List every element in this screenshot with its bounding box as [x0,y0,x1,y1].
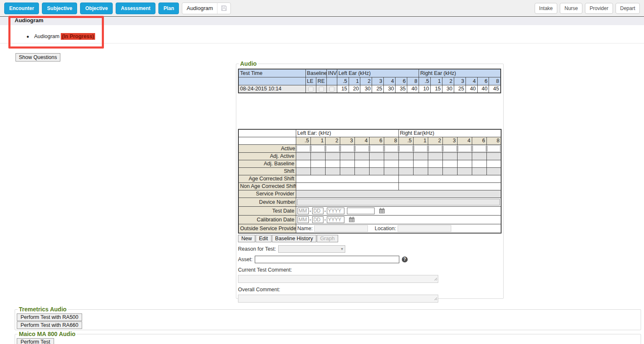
provider-button[interactable]: Provider [585,3,613,14]
tab-audiogram-label: Audiogram [186,5,217,11]
row-label-age-corrected-shift: Age Corrected Shift [238,175,296,182]
test-date-yyyy-input[interactable] [327,208,344,214]
depart-button[interactable]: Depart [616,3,640,14]
table-row[interactable]: 08-24-2015 10:14 15 20 30 25 30 35 40 10… [238,85,501,93]
save-icon[interactable] [217,5,230,11]
audio-results-table: Test Time Baseline INV Left Ear (kHz) Ri… [238,69,501,93]
graph-button: Graph [317,235,338,242]
active-input[interactable] [326,145,339,152]
calibration-date-dd-input[interactable] [312,216,323,223]
col-baseline: Baseline [305,69,326,77]
freq-header: .5 [337,77,349,85]
osp-name-input[interactable] [314,225,368,232]
left-value: 15 [337,85,349,93]
calibration-date-yyyy-input[interactable] [327,216,344,223]
active-input[interactable] [429,145,442,152]
row-label-device-number: Device Number [238,198,296,206]
current-test-comment-textarea[interactable] [238,275,438,283]
tremetrics-fieldset: Tremetrics Audio Perform Test with RA500… [15,306,641,330]
active-input[interactable] [487,145,501,152]
right-value: 10 [419,85,431,93]
freq-header: 8 [486,137,501,144]
perform-test-ra660-button[interactable]: Perform Test with RA660 [17,321,82,329]
subjective-button[interactable]: Subjective [42,3,77,14]
asset-input[interactable] [255,256,399,263]
nurse-button[interactable]: Nurse [560,3,582,14]
right-value: 45 [489,85,501,93]
row-label-test-date: Test Date [238,206,296,215]
test-date-dd-input[interactable] [312,208,323,214]
reason-for-test-select[interactable]: ▾ [278,245,345,253]
resize-handle-icon[interactable] [434,276,437,282]
page-title: Audiogram [15,17,44,23]
audiogram-list-item[interactable]: ● Audiogram (In Progress) [26,33,95,39]
help-icon[interactable]: ? [402,257,408,262]
freq-header: 6 [396,77,407,85]
objective-button[interactable]: Objective [80,3,113,14]
freq-header: 6 [477,77,489,85]
plan-button[interactable]: Plan [158,3,179,14]
row-label-outside-service-provider: Outside Service Provider [238,224,296,233]
active-input[interactable] [311,145,325,152]
freq-header: 2 [428,137,442,144]
active-input[interactable] [341,145,354,152]
left-value: 25 [372,85,384,93]
active-input[interactable] [297,145,310,152]
active-input[interactable] [399,145,413,152]
col-test-time: Test Time [238,69,305,77]
inv-checkbox[interactable] [326,85,337,93]
maico-legend: Maico MA 800 Audio [18,331,77,337]
overall-comment-textarea[interactable] [238,295,438,303]
audio-legend: Audio [239,60,258,67]
active-input[interactable] [473,145,486,152]
audiogram-item-label[interactable]: Audiogram [34,33,59,39]
col-left-ear: Left Ear (kHz) [337,69,419,77]
calibration-date-mm-input[interactable] [297,216,309,223]
freq-header: 2 [360,77,372,85]
right-value: 15 [430,85,442,93]
osp-location-input[interactable] [398,225,451,232]
test-time-input[interactable] [347,208,375,214]
calendar-icon[interactable] [379,208,385,214]
assessment-button[interactable]: Assessment [116,3,155,14]
audio-detail-table: Left Ear: (kHz) Right Ear(kHz) .5 1 2 3 … [238,129,502,234]
encounter-button[interactable]: Encounter [4,3,39,14]
freq-header: 4 [384,77,396,85]
active-input[interactable] [458,145,471,152]
perform-test-ra500-button[interactable]: Perform Test with RA500 [17,313,82,321]
show-questions-button[interactable]: Show Questions [16,53,60,62]
active-input[interactable] [370,145,383,152]
tremetrics-legend: Tremetrics Audio [18,306,68,313]
device-number-input[interactable] [297,199,500,205]
resize-handle-icon[interactable] [434,296,437,302]
test-date-mm-input[interactable] [297,208,309,214]
baseline-le-checkbox[interactable] [305,85,316,93]
test-time-cell[interactable]: 08-24-2015 10:14 [238,85,305,93]
col-inv: INV [326,69,337,77]
baseline-re-checkbox[interactable] [316,85,326,93]
baseline-history-button[interactable]: Baseline History [272,235,316,242]
osp-location-label: Location: [375,226,396,231]
right-value: 30 [442,85,454,93]
freq-header: .5 [419,77,431,85]
freq-header: 3 [454,77,466,85]
active-input[interactable] [385,145,398,152]
top-toolbar: Encounter Subjective Objective Assessmen… [0,0,644,17]
active-input[interactable] [443,145,457,152]
freq-header: 1 [413,137,428,144]
freq-header: .5 [398,137,413,144]
freq-header: 4 [466,77,477,85]
new-button[interactable]: New [238,235,255,242]
maico-perform-test-button[interactable]: Perform Test [17,338,54,344]
active-input[interactable] [414,145,427,152]
edit-button[interactable]: Edit [256,235,272,242]
tab-audiogram[interactable]: Audiogram [182,3,231,14]
intake-button[interactable]: Intake [535,3,558,14]
row-label-calibration-date: Calibration Date [238,215,296,224]
active-input[interactable] [355,145,369,152]
calendar-icon[interactable] [349,216,355,223]
audio-fieldset: Audio Test Time Baseline INV Left Ear (k… [236,60,504,299]
freq-header: 2 [442,77,454,85]
toolbar-nav-group: Encounter Subjective Objective Assessmen… [4,3,231,14]
left-value: 30 [384,85,396,93]
